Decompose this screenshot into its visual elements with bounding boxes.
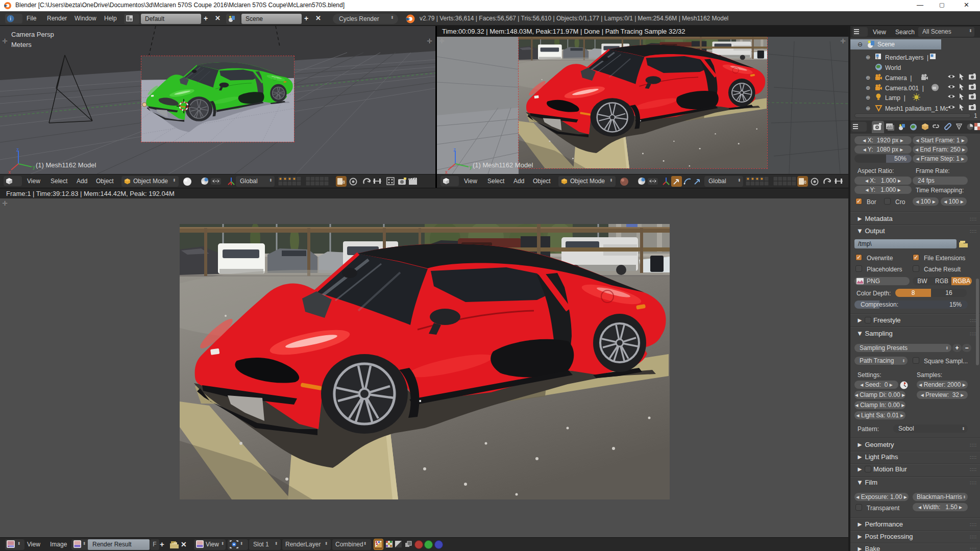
svg-text:8: 8: [804, 180, 806, 185]
svg-text:y: y: [33, 164, 35, 170]
svg-text:8: 8: [342, 180, 345, 185]
svg-text:z: z: [16, 147, 19, 153]
svg-text:x: x: [445, 169, 448, 174]
svg-text:x: x: [8, 169, 11, 174]
svg-text:i: i: [10, 16, 11, 21]
svg-text:y: y: [470, 164, 472, 170]
svg-text:z: z: [453, 147, 456, 153]
